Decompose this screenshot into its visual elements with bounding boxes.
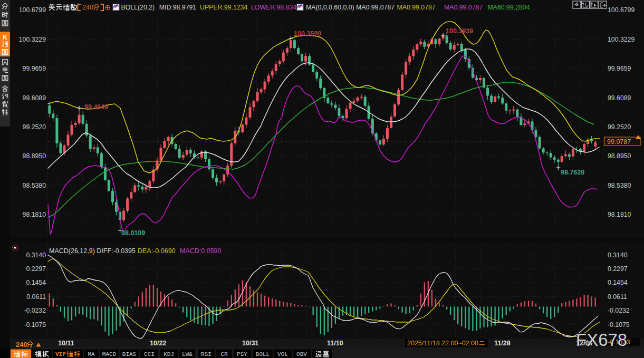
svg-text:-0.1075: -0.1075: [24, 321, 46, 328]
svg-text:99.9659: 99.9659: [23, 65, 46, 72]
svg-text:11/10: 11/10: [327, 340, 343, 347]
svg-text:98.0109: 98.0109: [121, 229, 145, 237]
svg-text:98.7628: 98.7628: [561, 169, 584, 176]
svg-text:VIP: VIP: [55, 351, 66, 357]
svg-text:FX678: FX678: [576, 330, 627, 350]
svg-text:99.9659: 99.9659: [608, 65, 631, 72]
svg-text:BIAS: BIAS: [122, 351, 137, 357]
svg-text:98.1810: 98.1810: [608, 211, 631, 218]
svg-text:RSI: RSI: [201, 351, 212, 357]
svg-text:0.3140: 0.3140: [608, 251, 628, 259]
svg-text:98.8950: 98.8950: [608, 152, 631, 160]
svg-text:240: 240: [82, 4, 93, 11]
svg-text:MA0:99.0787: MA0:99.0787: [356, 4, 395, 11]
svg-text:99.2520: 99.2520: [608, 123, 631, 131]
svg-text:MA: MA: [88, 351, 95, 357]
svg-text:99.4649: 99.4649: [84, 103, 108, 111]
svg-text:MA(0,0,0,60,0,0): MA(0,0,0,60,0,0): [306, 4, 354, 11]
svg-text:DEA:-0.0690: DEA:-0.0690: [138, 247, 176, 255]
svg-text:98.5380: 98.5380: [23, 182, 46, 189]
svg-text:VOL: VOL: [277, 351, 288, 357]
svg-text:MA0:99.0787: MA0:99.0787: [444, 4, 483, 11]
svg-text:MA60:99.2804: MA60:99.2804: [488, 4, 530, 11]
svg-text:BOLL(20,2): BOLL(20,2): [121, 4, 155, 11]
svg-text:MACD(26,12,9) DIFF:-0.0395: MACD(26,12,9) DIFF:-0.0395: [49, 247, 136, 255]
svg-text:10/31: 10/31: [242, 340, 258, 347]
svg-text:240: 240: [16, 341, 27, 349]
svg-text:0.0611: 0.0611: [26, 293, 46, 301]
svg-text:-0.0232: -0.0232: [608, 307, 630, 314]
svg-text:-0.1075: -0.1075: [608, 321, 630, 328]
svg-text:0.3140: 0.3140: [26, 251, 46, 259]
svg-text:10/11: 10/11: [58, 340, 74, 347]
svg-text:98.8950: 98.8950: [23, 152, 46, 160]
svg-text:11/28: 11/28: [494, 340, 511, 347]
svg-text:10/22: 10/22: [150, 340, 166, 347]
svg-text:100.3599: 100.3599: [294, 30, 321, 37]
svg-text:100.3229: 100.3229: [19, 36, 46, 43]
svg-text:0.1454: 0.1454: [26, 279, 46, 286]
svg-text:LW&: LW&: [182, 351, 193, 357]
svg-text:100.3939: 100.3939: [446, 27, 473, 35]
svg-text:98.1810: 98.1810: [23, 211, 46, 218]
svg-text:MID:98.9791: MID:98.9791: [159, 4, 197, 11]
svg-text:MA0:99.0787: MA0:99.0787: [397, 4, 436, 11]
svg-text:99.6089: 99.6089: [608, 94, 631, 102]
svg-text:CCI: CCI: [144, 351, 155, 357]
svg-text:0.2297: 0.2297: [608, 265, 628, 273]
svg-text:K: K: [3, 34, 7, 41]
svg-text:100.6799: 100.6799: [19, 6, 46, 14]
svg-text:MACD:0.0590: MACD:0.0590: [180, 247, 222, 255]
svg-text:UPPER:99.1234: UPPER:99.1234: [200, 4, 247, 11]
svg-text:BOLL: BOLL: [256, 351, 270, 357]
svg-text:99.0787: 99.0787: [607, 138, 631, 146]
svg-text:100.6799: 100.6799: [608, 6, 635, 14]
svg-text:0.2297: 0.2297: [26, 265, 46, 273]
svg-text:0.0611: 0.0611: [608, 293, 627, 301]
svg-text:OBV: OBV: [296, 351, 307, 357]
svg-text:PSY: PSY: [237, 351, 247, 357]
svg-text:100.3229: 100.3229: [608, 36, 635, 43]
svg-text:-0.0232: -0.0232: [24, 307, 46, 314]
svg-text:KDJ: KDJ: [164, 351, 174, 357]
svg-text:98.5380: 98.5380: [608, 182, 631, 189]
svg-text:99.6089: 99.6089: [23, 94, 46, 102]
svg-text:MACD: MACD: [102, 351, 117, 357]
svg-text:CR: CR: [220, 351, 228, 357]
svg-text:2025/11/18 22:00~02:00: 2025/11/18 22:00~02:00: [407, 340, 478, 347]
svg-text:99.2520: 99.2520: [23, 123, 46, 131]
svg-text:LOWER:98.8348: LOWER:98.8348: [251, 4, 300, 11]
svg-text:0.1454: 0.1454: [608, 279, 628, 286]
